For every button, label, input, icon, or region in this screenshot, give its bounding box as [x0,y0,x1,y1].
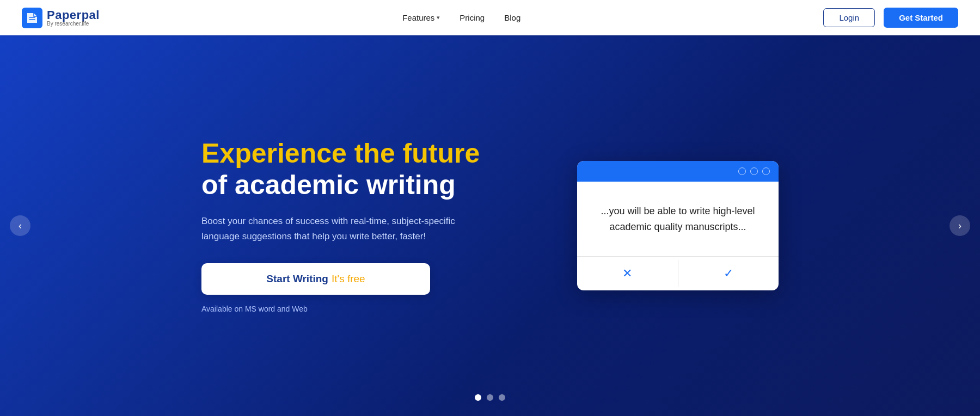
chevron-right-icon: › [958,220,961,232]
slider-dots [475,394,505,401]
login-button[interactable]: Login [823,8,875,27]
nav-pricing-link[interactable]: Pricing [460,13,485,22]
start-writing-button[interactable]: Start Writing It's free [201,263,430,295]
card-dot-3 [762,167,770,175]
nav-blog-link[interactable]: Blog [504,13,520,22]
slider-prev-button[interactable]: ‹ [10,215,30,236]
card-dot-1 [738,167,746,175]
nav-actions: Login Get Started [823,8,958,28]
nav-links: Features ▾ Pricing Blog [402,13,520,22]
hero-description: Boost your chances of success with real-… [201,214,485,243]
start-writing-free: It's free [332,273,365,285]
demo-card: ...you will be able to write high-level … [577,161,779,291]
dot-1[interactable] [475,394,481,401]
x-icon: ✕ [622,266,632,281]
logo-name: Paperpal [47,9,100,21]
reject-button[interactable]: ✕ [577,257,678,290]
start-writing-bold: Start Writing [266,273,328,285]
slider-next-button[interactable]: › [950,215,970,236]
hero-content: Experience the future of academic writin… [191,138,789,313]
available-text: Available on MS word and Web [201,305,485,313]
logo-sub: By researcher.life [47,21,100,27]
hero-title-yellow: Experience the future [201,138,485,170]
card-footer: ✕ ✓ [577,256,779,290]
card-body: ...you will be able to write high-level … [577,182,779,251]
card-dot-2 [750,167,758,175]
hero-left: Experience the future of academic writin… [201,138,485,313]
check-icon: ✓ [724,266,733,281]
dot-3[interactable] [499,394,505,401]
navbar: Paperpal By researcher.life Features ▾ P… [0,0,980,35]
card-text: ...you will be able to write high-level … [593,203,762,235]
hero-section: ‹ Experience the future of academic writ… [0,35,980,416]
chevron-left-icon: ‹ [19,220,22,232]
get-started-button[interactable]: Get Started [884,8,958,28]
dot-2[interactable] [487,394,493,401]
hero-right: ...you will be able to write high-level … [577,161,779,291]
card-titlebar [577,161,779,182]
accept-button[interactable]: ✓ [678,257,779,290]
logo[interactable]: Paperpal By researcher.life [22,8,100,28]
hero-title-white: of academic writing [201,170,485,201]
paperpal-logo-icon [22,8,42,28]
logo-text: Paperpal By researcher.life [47,9,100,27]
chevron-down-icon: ▾ [437,14,440,21]
nav-features-link[interactable]: Features ▾ [402,13,440,22]
